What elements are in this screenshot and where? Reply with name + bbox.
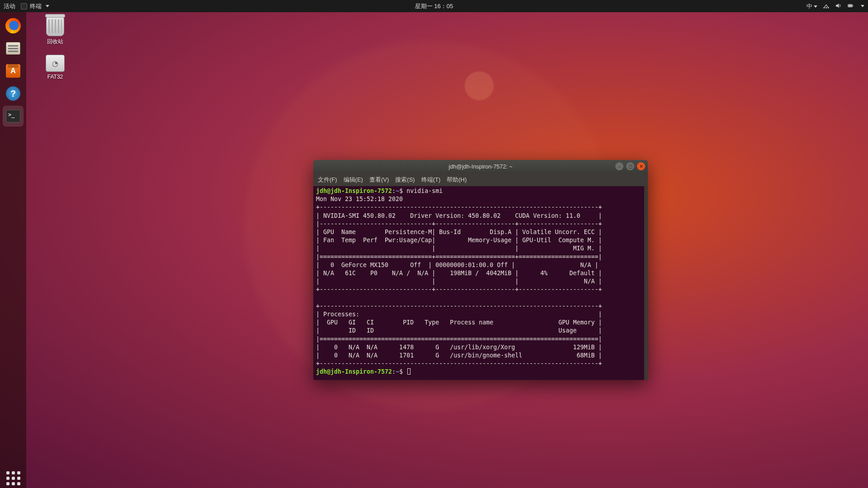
desktop-icon-label: FAT32 [47, 74, 63, 80]
terminal-menubar: 文件(F) 编辑(E) 查看(V) 搜索(S) 终端(T) 帮助(H) [313, 174, 648, 186]
network-icon[interactable] [823, 2, 830, 10]
dock-item-help[interactable]: ? [3, 84, 23, 103]
panel-clock[interactable]: 星期一 16：05 [415, 2, 453, 10]
clock-label: 星期一 16：05 [415, 2, 453, 10]
svg-rect-5 [849, 5, 852, 6]
battery-icon[interactable] [847, 2, 854, 10]
desktop-icon-label: 回收站 [47, 38, 63, 46]
volume-icon[interactable] [835, 2, 842, 10]
trash-icon [46, 16, 64, 36]
help-icon: ? [6, 86, 20, 101]
window-minimize-button[interactable]: – [615, 162, 623, 170]
dock-item-files[interactable] [3, 38, 23, 58]
desktop-icon-fat32[interactable]: FAT32 [36, 55, 74, 80]
terminal-icon [6, 110, 20, 122]
menu-search[interactable]: 搜索(S) [395, 176, 415, 184]
terminal-window: jdh@jdh-Inspiron-7572: ~ – ◻ ✕ 文件(F) 编辑(… [313, 160, 648, 380]
app-indicator-label: 终端 [30, 2, 42, 10]
svg-point-1 [826, 7, 827, 8]
window-title: jdh@jdh-Inspiron-7572: ~ [449, 164, 513, 170]
menu-file[interactable]: 文件(F) [318, 176, 337, 184]
firefox-icon [5, 18, 21, 33]
input-method-indicator[interactable]: 中 [807, 2, 817, 10]
software-icon [6, 64, 20, 78]
terminal-content[interactable]: jdh@jdh-Inspiron-7572:~$ nvidia-smi Mon … [313, 186, 648, 380]
window-titlebar[interactable]: jdh@jdh-Inspiron-7572: ~ – ◻ ✕ [313, 160, 648, 174]
menu-view[interactable]: 查看(V) [369, 176, 389, 184]
files-icon [6, 42, 20, 55]
show-applications-button[interactable] [3, 468, 23, 488]
desktop-icons: 回收站 FAT32 [36, 16, 74, 80]
svg-rect-4 [853, 5, 853, 6]
dock-item-terminal[interactable] [3, 106, 23, 126]
menu-edit[interactable]: 编辑(E) [344, 176, 363, 184]
system-menu-caret[interactable] [861, 5, 864, 7]
window-close-button[interactable]: ✕ [637, 162, 645, 170]
window-maximize-button[interactable]: ◻ [626, 162, 634, 170]
ubuntu-dock: ? [0, 12, 26, 488]
menu-help[interactable]: 帮助(H) [447, 176, 467, 184]
terminal-icon [21, 3, 27, 9]
dock-item-firefox[interactable] [3, 16, 23, 36]
activities-button[interactable]: 活动 [4, 2, 15, 10]
chevron-down-icon [46, 5, 49, 7]
dock-item-software[interactable] [3, 61, 23, 81]
gnome-top-panel: 活动 终端 星期一 16：05 中 [0, 0, 868, 12]
menu-terminal[interactable]: 终端(T) [421, 176, 441, 184]
app-indicator[interactable]: 终端 [21, 2, 49, 10]
desktop-icon-trash[interactable]: 回收站 [36, 16, 74, 46]
disk-icon [46, 55, 65, 72]
chevron-down-icon [814, 5, 817, 8]
